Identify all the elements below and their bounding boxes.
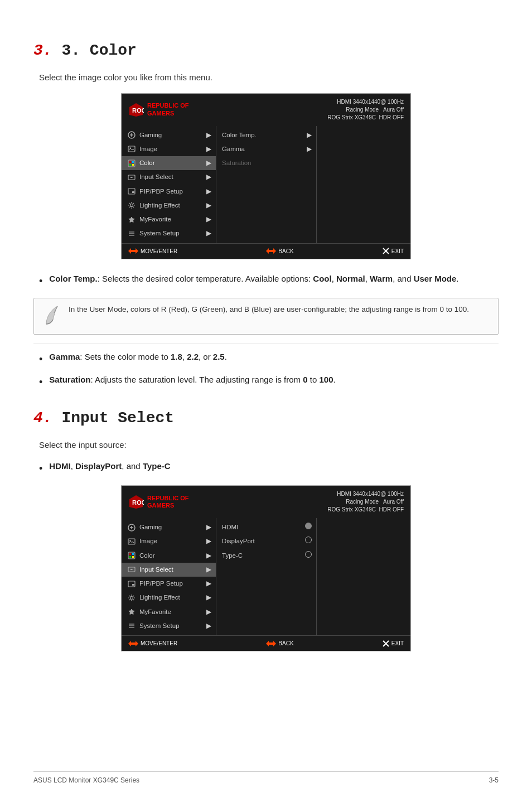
input-select-arrow: ▶: [206, 172, 211, 182]
svg-text:ROG: ROG: [132, 107, 144, 114]
footer-left: ASUS LCD Monitor XG349C Series: [33, 775, 139, 785]
footer-right: 3-5: [489, 775, 499, 785]
osd2-sub-displayport[interactable]: DisplayPort: [216, 534, 316, 548]
g18-bold: 1.8: [171, 352, 182, 361]
lighting-icon-2: [127, 593, 136, 602]
osd-item-image[interactable]: Image ▶: [122, 142, 216, 156]
lighting-label-2: Lighting Effect: [139, 593, 180, 602]
lighting-label: Lighting Effect: [139, 201, 180, 210]
lighting-icon: [127, 201, 136, 210]
color-temp-bold: Color Temp.: [49, 274, 97, 283]
osd-item-input-select[interactable]: Input Select ▶: [122, 170, 216, 184]
pip-pbp-label-2: PIP/PBP Setup: [139, 579, 183, 588]
color-label-2: Color: [139, 551, 154, 561]
osd-header-1: ROG REPUBLIC OF GAMERS HDMI 3440x1440@ 1…: [122, 94, 410, 126]
bullet-dot-gamma: •: [39, 352, 42, 367]
osd2-item-myfavorite[interactable]: MyFavorite ▶: [122, 605, 216, 619]
bullet-text-gamma: Gamma: Sets the color mode to 1.8, 2.2, …: [49, 351, 499, 364]
bullet-text-color-temp: Color Temp.: Selects the desired color t…: [49, 273, 499, 286]
bullet-section-input: • HDMI, DisplayPort, and Type-C: [39, 460, 499, 476]
system-setup-arrow: ▶: [206, 229, 211, 238]
osd-sub-color-temp[interactable]: Color Temp. ▶: [216, 128, 316, 142]
osd-menu-1: ROG REPUBLIC OF GAMERS HDMI 3440x1440@ 1…: [121, 93, 411, 259]
osd-item-gaming[interactable]: Gaming ▶: [122, 128, 216, 142]
svg-rect-8: [129, 164, 131, 166]
osd-item-system-setup[interactable]: System Setup ▶: [122, 226, 216, 240]
osd2-sub-hdmi[interactable]: HDMI: [216, 520, 316, 534]
image-icon: [127, 144, 136, 153]
bullet-dot-1: •: [39, 274, 42, 289]
warm-bold: Warm: [370, 274, 393, 283]
gamma-arrow: ▶: [307, 144, 312, 154]
typec-bold: Type-C: [143, 461, 171, 471]
gaming-icon: [127, 131, 136, 139]
osd2-sub-typec[interactable]: Type-C: [216, 549, 316, 563]
bullet-section-color-temp: • Color Temp.: Selects the desired color…: [39, 273, 499, 289]
typec-sub-label: Type-C: [222, 551, 243, 561]
bullet-item-saturation: • Saturation: Adjusts the saturation lev…: [39, 374, 499, 390]
hdmi-bold: HDMI: [49, 461, 70, 471]
osd-body-1: Gaming ▶ Image ▶ Color ▶: [122, 126, 410, 243]
svg-rect-25: [128, 539, 135, 544]
bullet-item-color-temp: • Color Temp.: Selects the desired color…: [39, 273, 499, 289]
svg-point-11: [131, 177, 132, 178]
osd2-item-gaming[interactable]: Gaming ▶: [122, 520, 216, 534]
input-select-arrow-2: ▶: [206, 565, 211, 574]
exit-icon-1: [383, 248, 389, 254]
footer-move-2: MOVE/ENTER: [128, 639, 177, 648]
osd2-item-input-select[interactable]: Input Select ▶: [122, 563, 216, 577]
osd-sub-gamma[interactable]: Gamma ▶: [216, 142, 316, 156]
osd-item-myfavorite[interactable]: MyFavorite ▶: [122, 212, 216, 226]
section4-subtitle: Select the input source:: [39, 439, 499, 452]
osd2-item-pip-pbp[interactable]: PIP/PBP Setup ▶: [122, 577, 216, 591]
g25-bold: 2.5: [213, 352, 225, 361]
svg-marker-19: [266, 248, 276, 254]
g22-bold: 2.2: [187, 352, 199, 361]
pip-pbp-arrow: ▶: [206, 187, 211, 196]
svg-rect-30: [129, 556, 131, 558]
section3-num: 3.: [33, 42, 61, 59]
osd2-item-image[interactable]: Image ▶: [122, 534, 216, 548]
move-enter-icon: [128, 247, 138, 255]
bullet-item-hdmi: • HDMI, DisplayPort, and Type-C: [39, 460, 499, 476]
osd-item-color[interactable]: Color ▶: [122, 156, 216, 170]
osd2-item-color[interactable]: Color ▶: [122, 549, 216, 563]
osd-mid-menu-2: HDMI DisplayPort Type-C: [216, 518, 317, 635]
back-icon-2: [266, 640, 276, 648]
myfavorite-arrow: ▶: [206, 215, 211, 224]
color-arrow: ▶: [206, 158, 211, 168]
gamma-bold: Gamma: [49, 352, 80, 361]
osd-item-pip-pbp[interactable]: PIP/PBP Setup ▶: [122, 185, 216, 199]
image-arrow-2: ▶: [206, 537, 211, 546]
sat-100-bold: 100: [319, 375, 333, 384]
dp-radio: [305, 537, 312, 546]
osd-logo-2: ROG REPUBLIC OF GAMERS: [128, 494, 189, 510]
osd-logo-text-1: REPUBLIC OF GAMERS: [147, 102, 189, 117]
exit-icon-2: [383, 640, 389, 647]
note-text-user-mode: In the User Mode, colors of R (Red), G (…: [69, 304, 469, 315]
note-pen-icon: [42, 304, 62, 328]
input-select-label: Input Select: [139, 172, 173, 182]
osd-right-panel-2: [317, 518, 410, 635]
color-temp-label: Color Temp.: [222, 131, 257, 140]
osd-left-menu-1: Gaming ▶ Image ▶ Color ▶: [122, 126, 216, 243]
color-arrow-2: ▶: [206, 551, 211, 561]
svg-point-36: [130, 596, 133, 599]
osd-info-2: HDMI 3440x1440@ 100Hz Racing Mode Aura O…: [327, 490, 404, 514]
move-enter-icon-2: [128, 640, 138, 648]
myfavorite-icon: [127, 215, 136, 224]
color-label: Color: [139, 158, 154, 168]
pip-pbp-icon: [127, 187, 136, 196]
sat-0-bold: 0: [303, 375, 307, 384]
bullet-item-gamma: • Gamma: Sets the color mode to 1.8, 2.2…: [39, 351, 499, 367]
system-setup-icon-2: [127, 621, 136, 630]
svg-rect-35: [132, 584, 134, 586]
input-select-icon: [127, 173, 136, 182]
back-icon-1: [266, 247, 276, 255]
osd2-item-lighting[interactable]: Lighting Effect ▶: [122, 591, 216, 605]
osd-logo-1: ROG REPUBLIC OF GAMERS: [128, 102, 189, 118]
osd-item-lighting[interactable]: Lighting Effect ▶: [122, 199, 216, 212]
bullet-text-saturation: Saturation: Adjusts the saturation level…: [49, 374, 499, 386]
gaming-icon-2: [127, 523, 136, 532]
osd2-item-system-setup[interactable]: System Setup ▶: [122, 619, 216, 633]
